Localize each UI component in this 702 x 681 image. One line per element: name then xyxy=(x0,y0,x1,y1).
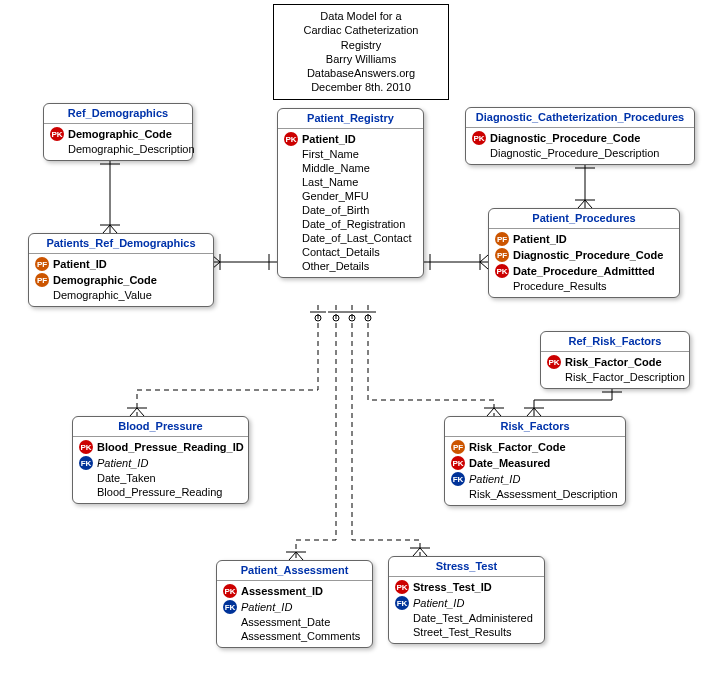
pk-key-icon: PK xyxy=(50,127,64,141)
entity-body: PFPatient_IDPFDiagnostic_Procedure_CodeP… xyxy=(489,229,679,297)
entity-header: Stress_Test xyxy=(389,557,544,577)
attribute-name: Blood_Pressure_Reading xyxy=(97,486,222,498)
pf-key-icon: PF xyxy=(495,232,509,246)
pf-key-icon: PF xyxy=(451,440,465,454)
attribute-row: FKPatient_ID xyxy=(221,599,368,615)
attribute-name: Date_of_Registration xyxy=(302,218,405,230)
entity-header: Ref_Demographics xyxy=(44,104,192,124)
svg-point-33 xyxy=(333,315,339,321)
entity-header: Patient_Assessment xyxy=(217,561,372,581)
attribute-name: Demographic_Value xyxy=(53,289,152,301)
attribute-name: Demographic_Description xyxy=(68,143,195,155)
attribute-name: Patient_ID xyxy=(413,597,464,609)
attribute-name: Other_Details xyxy=(302,260,369,272)
attribute-name: Patient_ID xyxy=(97,457,148,469)
entity-body: PKRisk_Factor_CodeRisk_Factor_Descriptio… xyxy=(541,352,689,388)
attribute-name: Patient_ID xyxy=(302,133,356,145)
svg-line-3 xyxy=(103,225,110,233)
svg-line-35 xyxy=(289,552,296,560)
attribute-name: Date_of_Last_Contact xyxy=(302,232,411,244)
fk-key-icon: FK xyxy=(451,472,465,486)
entity-header: Blood_Pressure xyxy=(73,417,248,437)
pk-key-icon: PK xyxy=(495,264,509,278)
attribute-row: Date_Test_Administered xyxy=(393,611,540,625)
attribute-name: Date_of_Birth xyxy=(302,204,369,216)
attribute-row: FKPatient_ID xyxy=(393,595,540,611)
attribute-row: PKAssessment_ID xyxy=(221,583,368,599)
attribute-name: Risk_Assessment_Description xyxy=(469,488,618,500)
entity-body: PKPatient_IDFirst_NameMiddle_NameLast_Na… xyxy=(278,129,423,277)
attribute-row: Middle_Name xyxy=(282,161,419,175)
attribute-name: Stress_Test_ID xyxy=(413,581,492,593)
entity-body: PFRisk_Factor_CodePKDate_MeasuredFKPatie… xyxy=(445,437,625,505)
pf-key-icon: PF xyxy=(495,248,509,262)
attribute-row: PKBlood_Pressue_Reading_ID xyxy=(77,439,244,455)
attribute-name: Procedure_Results xyxy=(513,280,607,292)
svg-line-45 xyxy=(487,408,494,416)
svg-point-43 xyxy=(365,315,371,321)
svg-line-14 xyxy=(480,262,488,269)
attribute-row: Date_Taken xyxy=(77,471,244,485)
svg-line-40 xyxy=(413,548,420,556)
fk-key-icon: FK xyxy=(223,600,237,614)
entity-header: Patients_Ref_Demographics xyxy=(29,234,213,254)
entity-body: PKAssessment_IDFKPatient_IDAssessment_Da… xyxy=(217,581,372,647)
attribute-row: Blood_Pressure_Reading xyxy=(77,485,244,499)
entity-header: Patient_Procedures xyxy=(489,209,679,229)
attribute-name: Assessment_Comments xyxy=(241,630,360,642)
attribute-name: Date_Taken xyxy=(97,472,156,484)
svg-line-18 xyxy=(578,200,585,208)
pk-key-icon: PK xyxy=(451,456,465,470)
diagram-title: Data Model for a Cardiac Catheterization… xyxy=(273,4,449,100)
attribute-name: Blood_Pressue_Reading_ID xyxy=(97,441,244,453)
svg-line-46 xyxy=(494,408,501,416)
attribute-row: PFPatient_ID xyxy=(33,256,209,272)
attribute-row: First_Name xyxy=(282,147,419,161)
pk-key-icon: PK xyxy=(223,584,237,598)
attribute-name: Risk_Factor_Code xyxy=(565,356,662,368)
entity-patients-ref-demographics: Patients_Ref_Demographics PFPatient_IDPF… xyxy=(28,233,214,307)
attribute-row: PFPatient_ID xyxy=(493,231,675,247)
entity-header: Diagnostic_Catheterization_Procedures xyxy=(466,108,694,128)
attribute-name: Street_Test_Results xyxy=(413,626,511,638)
attribute-row: FKPatient_ID xyxy=(449,471,621,487)
attribute-name: Risk_Factor_Code xyxy=(469,441,566,453)
attribute-row: PKDate_Procedure_Admittted xyxy=(493,263,675,279)
svg-point-38 xyxy=(349,315,355,321)
attribute-row: Gender_MFU xyxy=(282,189,419,203)
entity-ref-risk-factors: Ref_Risk_Factors PKRisk_Factor_CodeRisk_… xyxy=(540,331,690,389)
attribute-row: PFDiagnostic_Procedure_Code xyxy=(493,247,675,263)
fk-key-icon: FK xyxy=(79,456,93,470)
attribute-row: Other_Details xyxy=(282,259,419,273)
attribute-name: Last_Name xyxy=(302,176,358,188)
attribute-name: Contact_Details xyxy=(302,246,380,258)
attribute-name: Risk_Factor_Description xyxy=(565,371,685,383)
entity-body: PFPatient_IDPFDemographic_CodeDemographi… xyxy=(29,254,213,306)
attribute-row: Risk_Assessment_Description xyxy=(449,487,621,501)
attribute-row: Date_of_Registration xyxy=(282,217,419,231)
title-line: DatabaseAnswers.org xyxy=(282,66,440,80)
attribute-row: PKDiagnostic_Procedure_Code xyxy=(470,130,690,146)
attribute-name: Date_Test_Administered xyxy=(413,612,533,624)
svg-line-13 xyxy=(480,255,488,262)
attribute-name: First_Name xyxy=(302,148,359,160)
attribute-row: PKStress_Test_ID xyxy=(393,579,540,595)
attribute-name: Gender_MFU xyxy=(302,190,369,202)
svg-line-25 xyxy=(527,408,534,416)
entity-header: Patient_Registry xyxy=(278,109,423,129)
attribute-row: PKDemographic_Code xyxy=(48,126,188,142)
attribute-row: Contact_Details xyxy=(282,245,419,259)
entity-risk-factors: Risk_Factors PFRisk_Factor_CodePKDate_Me… xyxy=(444,416,626,506)
svg-point-28 xyxy=(315,315,321,321)
attribute-row: PKDate_Measured xyxy=(449,455,621,471)
title-line: Data Model for a xyxy=(282,9,440,23)
attribute-name: Diagnostic_Procedure_Code xyxy=(513,249,663,261)
attribute-row: FKPatient_ID xyxy=(77,455,244,471)
attribute-name: Patient_ID xyxy=(469,473,520,485)
attribute-name: Date_Procedure_Admittted xyxy=(513,265,655,277)
svg-line-30 xyxy=(130,408,137,416)
attribute-row: PKRisk_Factor_Code xyxy=(545,354,685,370)
pk-key-icon: PK xyxy=(79,440,93,454)
pk-key-icon: PK xyxy=(547,355,561,369)
title-line: Cardiac Catheterization Registry xyxy=(282,23,440,52)
